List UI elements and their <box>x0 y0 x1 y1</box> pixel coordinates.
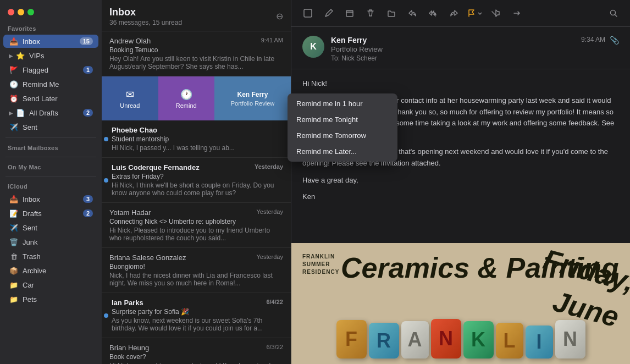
message-item[interactable]: Andrew Olah 9:41 AM Booking Temuco Hey O… <box>102 31 291 76</box>
filter-icon[interactable]: ⊖ <box>276 11 283 21</box>
message-subject: Extras for Friday? <box>112 173 283 180</box>
sidebar-item-sent[interactable]: ✈️ Sent <box>3 120 98 134</box>
sidebar-item-remind-label: Remind Me <box>23 80 59 89</box>
email-from-name: Ken Ferry <box>331 36 574 45</box>
message-subject: Buongiorno! <box>109 263 283 271</box>
message-time: Yesterday <box>256 208 283 215</box>
archive-button[interactable] <box>342 5 357 21</box>
search-button[interactable] <box>606 5 621 21</box>
avatar: K <box>302 36 324 58</box>
message-time: 6/3/22 <box>266 344 283 350</box>
remind-tomorrow[interactable]: Remind me Tomorrow <box>288 128 397 144</box>
clay-letter-i: I <box>526 326 553 359</box>
remind-1-hour[interactable]: Remind me in 1 hour <box>288 96 397 112</box>
new-message-button[interactable] <box>300 5 316 21</box>
clock-icon: 🕐 <box>9 79 19 89</box>
message-list: Inbox 36 messages, 15 unread ⊖ Andrew Ol… <box>102 0 291 364</box>
sidebar-item-icloud-sent[interactable]: ✈️ Sent <box>3 221 98 234</box>
compose-button[interactable] <box>321 5 336 21</box>
message-time: 6/4/22 <box>266 299 283 305</box>
email-to-field: To: Nick Scheer <box>331 54 574 62</box>
sidebar-divider-2 <box>5 157 96 157</box>
drafts-icon: 📄 <box>15 108 25 118</box>
message-item[interactable]: Brian Heung 6/3/22 Book cover? Hi Nick, … <box>102 338 291 364</box>
svg-rect-1 <box>346 12 353 16</box>
message-subject: Book cover? <box>109 353 283 361</box>
reply-all-button[interactable] <box>425 5 441 21</box>
sidebar-item-icloud-trash-label: Trash <box>23 252 41 261</box>
remind-later[interactable]: Remind me Later... <box>288 144 397 159</box>
sidebar-item-car[interactable]: 📁 Car <box>3 278 98 291</box>
move-folder-button[interactable] <box>384 5 399 21</box>
email-meta: Ken Ferry Portfolio Review To: Nick Sche… <box>331 36 574 62</box>
message-item[interactable]: Luis Coderque Fernandez Yesterday Extras… <box>102 158 291 203</box>
svg-rect-0 <box>304 9 312 17</box>
swipe-action-row: ✉ Unread 🕐 Remind Ken Ferry Portfolio Re… <box>102 76 291 120</box>
sidebar-item-flagged[interactable]: 🚩 Flagged 1 <box>3 63 98 76</box>
message-preview: As you know, next weekend is our sweet S… <box>112 317 283 332</box>
sidebar-divider-3 <box>5 176 96 177</box>
sidebar-item-icloud-drafts-label: Drafts <box>23 209 42 218</box>
inbox-subtitle: 36 messages, 15 unread <box>109 19 283 26</box>
sidebar-item-archive[interactable]: 📦 Archive <box>3 264 98 277</box>
sidebar-item-inbox[interactable]: 📥 Inbox 15 <box>3 35 98 48</box>
email-attachment-image: FRANKLIN SUMMER RESIDENCY Ceramics & Pai… <box>291 243 630 364</box>
email-sign-off: Have a great day, <box>302 175 619 186</box>
sidebar-item-vips[interactable]: ▶ ⭐ VIPs <box>3 49 98 62</box>
minimize-button[interactable] <box>18 9 24 15</box>
sidebar-item-remind[interactable]: 🕐 Remind Me <box>3 78 98 91</box>
sidebar-item-icloud-drafts[interactable]: 📝 Drafts 2 <box>3 207 98 220</box>
sidebar-item-icloud-junk[interactable]: 🗑️ Junk <box>3 235 98 249</box>
sidebar-item-archive-label: Archive <box>23 267 46 275</box>
email-time: 9:34 AM <box>581 36 605 43</box>
unread-indicator <box>104 178 108 183</box>
flag-button[interactable] <box>467 9 483 18</box>
message-list-header: Inbox 36 messages, 15 unread ⊖ <box>102 0 291 31</box>
message-preview: Hi Nick, I passed y... I was telling you… <box>112 144 283 152</box>
clay-letter-n: N <box>431 319 461 359</box>
clay-letter-a: A <box>401 321 429 359</box>
message-sender: Andrew Olah 9:41 AM <box>109 37 283 45</box>
message-subject: Booking Temuco <box>109 46 283 54</box>
maximize-button[interactable] <box>27 9 34 15</box>
sidebar-item-all-drafts[interactable]: ▶ 📄 All Drafts 2 <box>3 106 98 119</box>
remind-tonight[interactable]: Remind me Tonight <box>288 112 397 128</box>
vips-chevron: ▶ <box>9 53 13 59</box>
remind-label: Remind <box>176 102 197 109</box>
sidebar-item-icloud-trash[interactable]: 🗑 Trash <box>3 250 98 263</box>
message-sender: Luis Coderque Fernandez Yesterday <box>112 163 283 172</box>
junk-icon: 🗑️ <box>9 237 19 247</box>
inbox-title: Inbox <box>109 7 283 18</box>
message-item[interactable]: Briana Salese Gonzalez Yesterday Buongio… <box>102 248 291 293</box>
flag-icon: 🚩 <box>9 65 19 75</box>
ken-ferry-swipe-button[interactable]: Ken Ferry Portfolio Review <box>214 76 291 120</box>
sidebar-item-icloud-junk-label: Junk <box>23 238 37 246</box>
message-preview: Hi Nick, I think we'll be short a couple… <box>112 181 283 197</box>
message-item[interactable]: Ian Parks 6/4/22 Surprise party for Sofi… <box>102 293 291 338</box>
forward-button[interactable] <box>446 5 462 21</box>
archive-icon: 📦 <box>9 266 19 275</box>
art-franklin-label: FRANKLIN SUMMER RESIDENCY <box>302 253 339 276</box>
message-item[interactable]: Yotam Hadar Yesterday Connecting Nick <>… <box>102 203 291 248</box>
sidebar-item-send-later[interactable]: ⏰ Send Later <box>3 92 98 105</box>
mute-button[interactable] <box>488 5 504 21</box>
trash-button[interactable] <box>363 5 378 21</box>
close-button[interactable] <box>8 9 14 15</box>
message-item[interactable]: Phoebe Chao Student mentorship Hi Nick, … <box>102 120 291 158</box>
email-header: K Ken Ferry Portfolio Review To: Nick Sc… <box>291 27 630 69</box>
unread-indicator <box>104 313 108 318</box>
icloud-label: iCloud <box>0 180 102 192</box>
sidebar-item-pets[interactable]: 📁 Pets <box>3 293 98 306</box>
remind-swipe-button[interactable]: 🕐 Remind <box>158 76 215 120</box>
all-drafts-badge: 2 <box>83 109 93 117</box>
drafts-chevron: ▶ <box>9 110 13 116</box>
sidebar-item-icloud-inbox[interactable]: 📥 Inbox 3 <box>3 192 98 206</box>
message-subject: Connecting Nick <> Umberto re: upholster… <box>109 218 283 225</box>
sidebar-item-icloud-inbox-label: Inbox <box>23 195 40 203</box>
more-button[interactable] <box>509 5 524 21</box>
message-time: Yesterday <box>256 253 283 260</box>
unread-swipe-button[interactable]: ✉ Unread <box>102 76 158 120</box>
sidebar-divider-1 <box>5 137 96 138</box>
sidebar-item-sent-label: Sent <box>23 123 37 131</box>
reply-button[interactable] <box>405 5 420 21</box>
